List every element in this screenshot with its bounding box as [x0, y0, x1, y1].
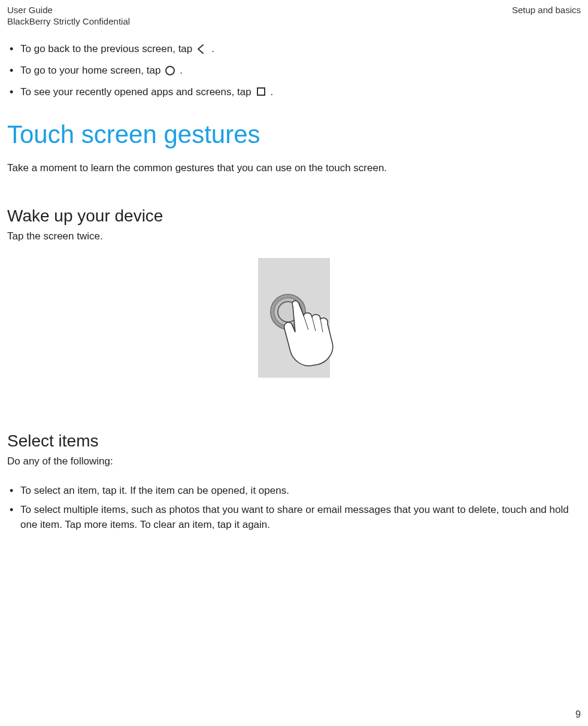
select-bullet-1: To select an item, tap it. If the item c…	[7, 483, 581, 499]
nav-recent-post: .	[271, 85, 274, 99]
lead-text: Take a moment to learn the common gestur…	[7, 162, 581, 174]
wake-text: Tap the screen twice.	[7, 230, 581, 242]
nav-home-item: To go to your home screen, tap .	[7, 63, 581, 78]
gesture-device-rect	[258, 258, 330, 378]
home-circle-icon	[164, 65, 176, 77]
header-left-line1: User Guide	[7, 5, 53, 15]
wake-gesture-figure	[7, 258, 581, 378]
select-heading: Select items	[7, 432, 581, 451]
back-icon	[196, 43, 208, 55]
nav-recent-item: To see your recently opened apps and scr…	[7, 85, 581, 99]
nav-bullet-list: To go back to the previous screen, tap .…	[7, 42, 581, 99]
recent-square-icon	[255, 86, 267, 98]
wake-heading: Wake up your device	[7, 206, 581, 226]
select-bullet-2: To select multiple items, such as photos…	[7, 502, 581, 533]
page-title: Touch screen gestures	[7, 120, 581, 149]
nav-back-item: To go back to the previous screen, tap .	[7, 42, 581, 56]
header-right: Setup and basics	[512, 5, 581, 15]
header-left-line2: BlackBerry Strictly Confidential	[7, 16, 581, 26]
nav-back-pre: To go back to the previous screen, tap	[20, 42, 192, 56]
nav-recent-pre: To see your recently opened apps and scr…	[20, 85, 251, 99]
nav-home-post: .	[180, 63, 183, 78]
nav-back-post: .	[211, 42, 214, 56]
page-number: 9	[575, 709, 581, 720]
select-intro: Do any of the following:	[7, 455, 581, 467]
select-bullet-list: To select an item, tap it. If the item c…	[7, 483, 581, 533]
nav-home-pre: To go to your home screen, tap	[20, 63, 160, 78]
svg-rect-1	[257, 88, 265, 95]
svg-point-0	[166, 66, 174, 75]
